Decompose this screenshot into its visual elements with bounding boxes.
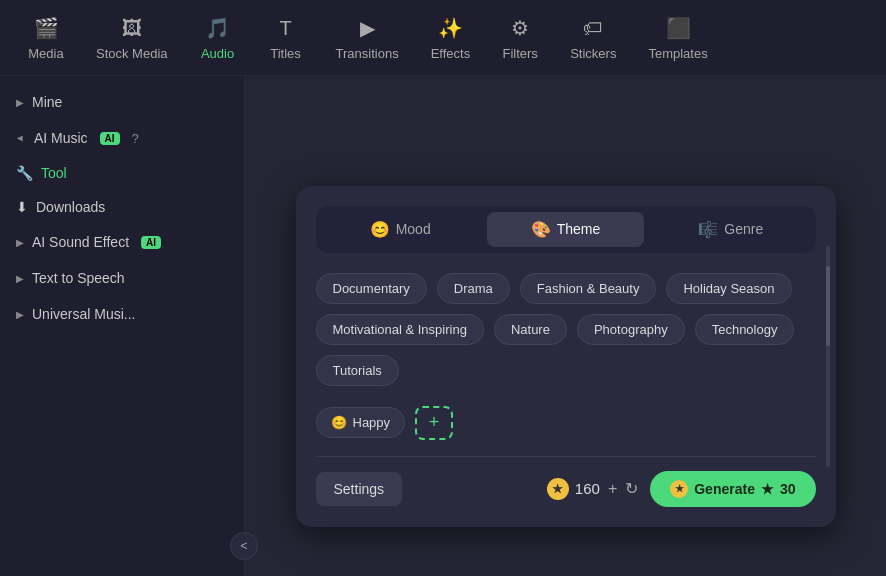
nav-item-stock-media[interactable]: 🖼 Stock Media — [84, 8, 180, 67]
credits-value: 160 — [575, 480, 600, 497]
theme-tag-fashion--beauty[interactable]: Fashion & Beauty — [520, 273, 657, 304]
nav-icon-stock-media: 🖼 — [118, 14, 146, 42]
nav-label-stickers: Stickers — [570, 46, 616, 61]
sidebar-label-universal-music: Universal Musi... — [32, 306, 135, 322]
sidebar-label-mine: Mine — [32, 94, 62, 110]
generate-cost: 30 — [780, 481, 796, 497]
generate-button[interactable]: ★ Generate ★ 30 — [650, 471, 815, 507]
settings-row: Settings ★ 160 + ↻ ★ Generate ★ 30 — [316, 456, 816, 507]
badge-ai-music: AI — [100, 132, 120, 145]
ai-music-panel: 😊 Mood 🎨 Theme 🎼 Genre DocumentaryDramaF… — [296, 186, 836, 527]
tab-icon-theme: 🎨 — [531, 220, 551, 239]
tab-icon-genre: 🎼 — [698, 220, 718, 239]
arrow-mine: ▶ — [16, 97, 24, 108]
selected-tags-row: 😊 Happy + — [316, 406, 816, 440]
badge-ai-sound: AI — [141, 236, 161, 249]
sidebar-label-ai-sound: AI Sound Effect — [32, 234, 129, 250]
tab-genre[interactable]: 🎼 Genre — [652, 212, 809, 247]
scrollbar-track — [826, 246, 830, 467]
nav-icon-stickers: 🏷 — [579, 14, 607, 42]
generate-label: Generate — [694, 481, 755, 497]
tab-bar: 😊 Mood 🎨 Theme 🎼 Genre — [316, 206, 816, 253]
arrow-universal-music: ▶ — [16, 309, 24, 320]
nav-label-audio: Audio — [201, 46, 234, 61]
nav-label-stock-media: Stock Media — [96, 46, 168, 61]
tab-theme[interactable]: 🎨 Theme — [487, 212, 644, 247]
happy-label: Happy — [353, 415, 391, 430]
arrow-ai-music: ▼ — [15, 133, 26, 143]
theme-tag-drama[interactable]: Drama — [437, 273, 510, 304]
sidebar-item-downloads[interactable]: ⬇ Downloads — [0, 190, 244, 224]
credits-counter: ★ 160 + ↻ — [547, 478, 638, 500]
sidebar-label-text-to-speech: Text to Speech — [32, 270, 125, 286]
nav-label-templates: Templates — [648, 46, 707, 61]
theme-tag-photography[interactable]: Photography — [577, 314, 685, 345]
sidebar: ▶Mine▼AI MusicAI? 🔧 Tool ⬇ Downloads ▶AI… — [0, 76, 245, 576]
sidebar-icon-downloads: ⬇ — [16, 199, 28, 215]
top-nav: 🎬 Media 🖼 Stock Media 🎵 Audio T Titles ▶… — [0, 0, 886, 76]
nav-icon-templates: ⬛ — [664, 14, 692, 42]
sidebar-label-tool: Tool — [41, 165, 67, 181]
arrow-ai-sound: ▶ — [16, 237, 24, 248]
nav-item-effects[interactable]: ✨ Effects — [419, 8, 483, 67]
nav-label-media: Media — [28, 46, 63, 61]
theme-tag-technology[interactable]: Technology — [695, 314, 795, 345]
tab-label-genre: Genre — [724, 221, 763, 237]
add-credits-button[interactable]: + — [606, 480, 619, 498]
happy-icon: 😊 — [331, 415, 347, 430]
tab-label-theme: Theme — [557, 221, 601, 237]
nav-item-media[interactable]: 🎬 Media — [16, 8, 76, 67]
theme-grid: DocumentaryDramaFashion & BeautyHoliday … — [316, 273, 816, 386]
theme-tag-motivational--inspiring[interactable]: Motivational & Inspiring — [316, 314, 484, 345]
nav-item-transitions[interactable]: ▶ Transitions — [324, 8, 411, 67]
theme-tag-nature[interactable]: Nature — [494, 314, 567, 345]
nav-icon-filters: ⚙ — [506, 14, 534, 42]
tab-mood[interactable]: 😊 Mood — [322, 212, 479, 247]
sidebar-item-ai-music[interactable]: ▼AI MusicAI? — [0, 120, 244, 156]
scrollbar-thumb[interactable] — [826, 266, 830, 346]
generate-icon2: ★ — [761, 481, 774, 497]
sidebar-item-ai-sound[interactable]: ▶AI Sound EffectAI — [0, 224, 244, 260]
tab-label-mood: Mood — [396, 221, 431, 237]
nav-item-filters[interactable]: ⚙ Filters — [490, 8, 550, 67]
nav-label-titles: Titles — [270, 46, 301, 61]
nav-label-transitions: Transitions — [336, 46, 399, 61]
sidebar-icon-tool: 🔧 — [16, 165, 33, 181]
sidebar-label-ai-music: AI Music — [34, 130, 88, 146]
nav-icon-titles: T — [272, 14, 300, 42]
sidebar-item-mine[interactable]: ▶Mine — [0, 84, 244, 120]
nav-item-templates[interactable]: ⬛ Templates — [636, 8, 719, 67]
nav-item-audio[interactable]: 🎵 Audio — [188, 8, 248, 67]
theme-tag-tutorials[interactable]: Tutorials — [316, 355, 399, 386]
credits-icon: ★ — [547, 478, 569, 500]
refresh-button[interactable]: ↻ — [625, 479, 638, 498]
sidebar-label-downloads: Downloads — [36, 199, 105, 215]
tab-icon-mood: 😊 — [370, 220, 390, 239]
nav-icon-media: 🎬 — [32, 14, 60, 42]
help-icon-ai-music[interactable]: ? — [132, 131, 139, 146]
nav-item-stickers[interactable]: 🏷 Stickers — [558, 8, 628, 67]
add-tag-button[interactable]: + — [415, 406, 453, 440]
sidebar-item-text-to-speech[interactable]: ▶Text to Speech — [0, 260, 244, 296]
nav-icon-transitions: ▶ — [353, 14, 381, 42]
nav-item-titles[interactable]: T Titles — [256, 8, 316, 67]
happy-tag[interactable]: 😊 Happy — [316, 407, 406, 438]
nav-label-filters: Filters — [502, 46, 537, 61]
sidebar-item-universal-music[interactable]: ▶Universal Musi... — [0, 296, 244, 332]
sidebar-collapse-button[interactable]: < — [230, 532, 258, 560]
main-layout: ▶Mine▼AI MusicAI? 🔧 Tool ⬇ Downloads ▶AI… — [0, 76, 886, 576]
theme-tag-holiday-season[interactable]: Holiday Season — [666, 273, 791, 304]
sidebar-item-tool[interactable]: 🔧 Tool — [0, 156, 244, 190]
theme-tag-documentary[interactable]: Documentary — [316, 273, 427, 304]
content-area: 😊 Mood 🎨 Theme 🎼 Genre DocumentaryDramaF… — [245, 76, 886, 576]
arrow-text-to-speech: ▶ — [16, 273, 24, 284]
nav-label-effects: Effects — [431, 46, 471, 61]
generate-icon: ★ — [670, 480, 688, 498]
nav-icon-effects: ✨ — [436, 14, 464, 42]
nav-icon-audio: 🎵 — [204, 14, 232, 42]
settings-button[interactable]: Settings — [316, 472, 403, 506]
